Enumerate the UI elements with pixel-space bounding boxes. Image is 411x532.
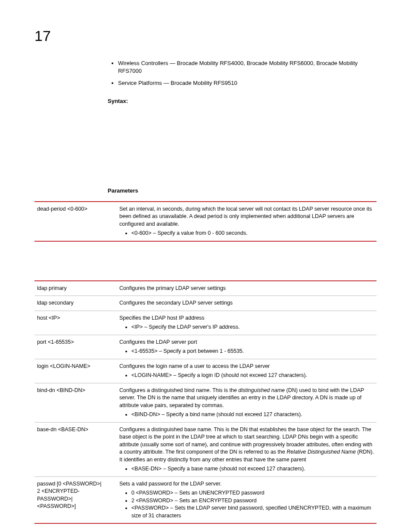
param-name: host <IP> — [34, 311, 117, 335]
list-item: Service Platforms — Brocade Mobility RFS… — [118, 79, 377, 87]
list-item: 0 <PASSWORD> – Sets an UNENCRYPTED passw… — [131, 489, 374, 497]
param-desc: Configures a distinguished bind name. Th… — [117, 383, 377, 422]
param-desc-text: Sets a valid password for the LDAP serve… — [119, 481, 221, 487]
list-item: <PASSWORD> – Sets the LDAP server bind p… — [131, 504, 374, 520]
param-desc-text: Relative Distinguished Name — [286, 449, 356, 455]
list-item: <BASE-DN> – Specify a base name (should … — [131, 465, 374, 473]
document-page: 17 Wireless Controllers — Brocade Mobili… — [0, 0, 411, 532]
param-desc: Sets a valid password for the LDAP serve… — [117, 476, 377, 523]
list-item: 2 <PASSWORD> – Sets an ENCRYPTED passwor… — [131, 497, 374, 505]
param-desc-text: distinguished name — [238, 387, 285, 393]
param-desc-text: Specifies the LDAP host IP address — [119, 315, 205, 321]
param-name: bind-dn <BIND-DN> — [34, 383, 117, 422]
param-name: passwd [0 <PASSWORD>| 2 <ENCRYPTED-PASSW… — [34, 476, 117, 523]
param-desc: Configures the primary LDAP server setti… — [117, 281, 377, 296]
param-desc: Configures the secondary LDAP server set… — [117, 296, 377, 311]
param-desc-text: Configures the LDAP server port — [119, 339, 197, 345]
param-name: ldap primary — [34, 281, 117, 296]
param-name: login <LOGIN-NAME> — [34, 359, 117, 383]
content-area: Wireless Controllers — Brocade Mobility … — [108, 59, 377, 195]
param-name: dead-period <0-600> — [34, 202, 117, 241]
parameters-heading: Parameters — [108, 187, 377, 195]
list-item: <LOGIN-NAME> – Specify a login ID (shoul… — [131, 372, 374, 380]
param-desc-text: Configures a distinguished bind name. Th… — [119, 387, 238, 393]
param-desc: Configures a distinguished base name. Th… — [117, 422, 377, 476]
syntax-heading: Syntax: — [108, 97, 377, 105]
param-name: base-dn <BASE-DN> — [34, 422, 117, 476]
parameters-table-2: ldap primaryConfigures the primary LDAP … — [34, 280, 377, 524]
list-item: Wireless Controllers — Brocade Mobility … — [118, 59, 377, 75]
param-name: port <1-65535> — [34, 335, 117, 359]
param-desc-text: Configures the secondary LDAP server set… — [119, 300, 233, 306]
list-item: <0-600> – Specify a value from 0 - 600 s… — [131, 230, 374, 237]
param-desc: Configures the login name of a user to a… — [117, 359, 377, 383]
param-name: ldap secondary — [34, 296, 117, 311]
list-item: <1-65535> – Specify a port between 1 - 6… — [131, 348, 374, 355]
parameters-table-1: dead-period <0-600> Set an interval, in … — [34, 201, 377, 242]
list-item: <IP> – Specify the LDAP server's IP addr… — [131, 324, 374, 331]
supported-platforms-list: Wireless Controllers — Brocade Mobility … — [108, 59, 377, 87]
param-desc: Configures the LDAP server port<1-65535>… — [117, 335, 377, 359]
param-desc-text: Configures the login name of a user to a… — [119, 363, 270, 369]
param-desc-text: Configures the primary LDAP server setti… — [119, 285, 226, 291]
list-item: <BIND-DN> – Specify a bind name (should … — [131, 411, 374, 419]
chapter-number: 17 — [34, 26, 377, 47]
param-desc: Set an interval, in seconds, during whic… — [117, 202, 377, 241]
param-desc-text: Set an interval, in seconds, during whic… — [119, 206, 372, 227]
param-desc: Specifies the LDAP host IP address<IP> –… — [117, 311, 377, 335]
